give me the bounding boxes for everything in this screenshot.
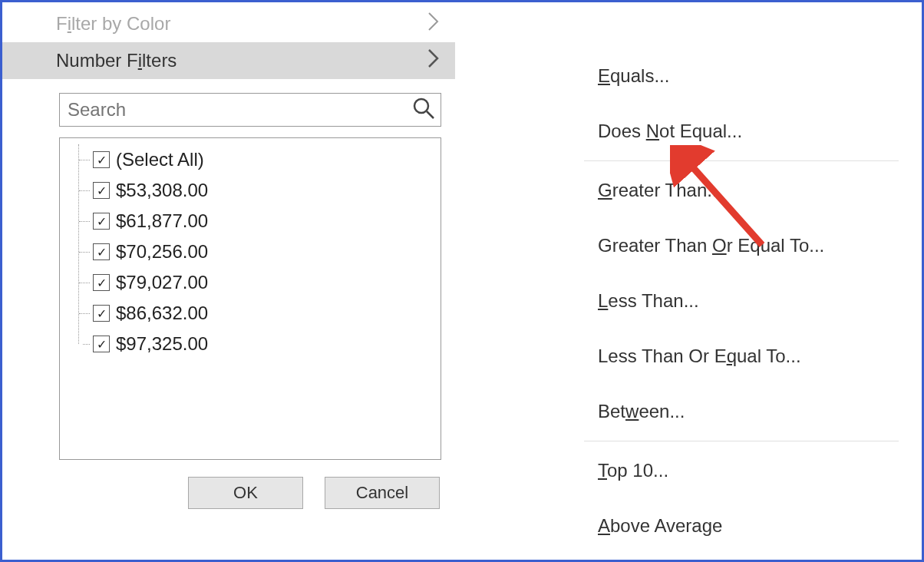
submenu-above-average[interactable]: Above Average	[455, 498, 922, 554]
filter-by-color-menuitem: Filter by Color	[2, 5, 455, 42]
chevron-right-icon	[427, 48, 440, 74]
tree-connector-icon	[79, 236, 93, 267]
list-item[interactable]: ✓ $53,308.00	[79, 175, 434, 206]
submenu-less-than[interactable]: Less Than...	[455, 273, 922, 329]
submenu-top-10[interactable]: Top 10...	[455, 443, 922, 498]
dialog-button-row: OK Cancel	[2, 460, 455, 509]
text: Less Than Or E	[598, 345, 727, 366]
submenu-equals[interactable]: Equals...	[455, 48, 922, 104]
label: Top 10...	[598, 460, 668, 481]
list-item-label: (Select All)	[116, 149, 204, 170]
text: quals...	[610, 65, 669, 86]
list-item[interactable]: ✓ $70,256.00	[79, 236, 434, 267]
text: r Equal To...	[727, 235, 825, 256]
text: Greater Than	[598, 235, 712, 256]
checkbox[interactable]: ✓	[93, 336, 110, 352]
text: Bet	[598, 401, 625, 422]
number-filters-menuitem[interactable]: Number Filters	[2, 42, 455, 79]
tree-connector-icon	[79, 206, 93, 236]
submenu-greater-than-or-equal[interactable]: Greater Than Or Equal To...	[455, 218, 922, 273]
list-item-label: $86,632.00	[116, 302, 208, 324]
svg-point-0	[414, 99, 428, 113]
label: Between...	[598, 401, 685, 422]
cancel-button[interactable]: Cancel	[325, 477, 440, 509]
filter-panel: Filter by Color Number Filters	[2, 2, 455, 560]
list-item-label: $53,308.00	[116, 180, 208, 201]
list-item-label: $61,877.00	[116, 210, 208, 232]
submenu-does-not-equal[interactable]: Does Not Equal...	[455, 104, 922, 159]
tree-connector-icon	[79, 144, 93, 175]
accelerator: A	[598, 515, 610, 536]
text: lters	[142, 50, 177, 71]
list-item-label: $79,027.00	[116, 272, 208, 293]
filter-values-listbox[interactable]: ✓ (Select All) ✓ $53,308.00 ✓ $61,877.00…	[59, 137, 441, 460]
checkbox[interactable]: ✓	[93, 213, 110, 230]
filter-dropdown-frame: Filter by Color Number Filters	[0, 0, 924, 562]
text: Does	[598, 121, 646, 141]
text: Number F	[56, 50, 138, 71]
number-filters-submenu: Equals... Does Not Equal... Greater Than…	[455, 2, 922, 560]
label: Less Than...	[598, 290, 699, 312]
checkbox[interactable]: ✓	[93, 274, 110, 291]
submenu-greater-than[interactable]: Greater Than...	[455, 163, 922, 218]
label: Greater Than...	[598, 180, 722, 201]
list-item[interactable]: ✓ $79,027.00	[79, 267, 434, 298]
accelerator: O	[712, 235, 727, 256]
text: een...	[639, 401, 685, 422]
search-icon	[412, 97, 435, 123]
checkbox[interactable]: ✓	[93, 151, 110, 168]
accelerator: E	[598, 65, 610, 86]
list-item[interactable]: ✓ (Select All)	[79, 144, 434, 175]
submenu-between[interactable]: Between...	[455, 384, 922, 439]
checkbox[interactable]: ✓	[93, 305, 110, 322]
tree-connector-icon	[79, 175, 93, 206]
label: Equals...	[598, 65, 669, 87]
search-wrap	[59, 93, 441, 127]
search-input[interactable]	[59, 93, 441, 127]
accelerator: q	[727, 345, 737, 366]
accelerator: N	[646, 121, 659, 141]
menu-separator	[584, 160, 899, 161]
text: op 10...	[607, 460, 668, 481]
list-item[interactable]: ✓ $61,877.00	[79, 206, 434, 236]
text: F	[56, 13, 68, 34]
accelerator: w	[625, 401, 639, 422]
text: ess Than...	[608, 290, 698, 311]
text: ual To...	[737, 345, 801, 366]
list-item-label: $97,325.00	[116, 333, 208, 355]
label: Less Than Or Equal To...	[598, 345, 801, 367]
accelerator: G	[598, 180, 612, 200]
accelerator: L	[598, 290, 608, 311]
text: lter by Color	[71, 13, 170, 34]
number-filters-label: Number Filters	[56, 50, 177, 71]
label: Above Average	[598, 515, 722, 537]
menu-separator	[584, 441, 899, 441]
list-item-label: $70,256.00	[116, 241, 208, 263]
tree-connector-icon	[79, 298, 93, 329]
checkbox[interactable]: ✓	[93, 182, 110, 199]
text: ot Equal...	[659, 121, 742, 141]
text: reater Than...	[612, 180, 723, 200]
submenu-less-than-or-equal[interactable]: Less Than Or Equal To...	[455, 329, 922, 384]
tree-root: ✓ (Select All) ✓ $53,308.00 ✓ $61,877.00…	[78, 144, 434, 359]
filter-by-color-label: Filter by Color	[56, 13, 170, 35]
ok-button[interactable]: OK	[188, 477, 303, 509]
accelerator: T	[598, 460, 607, 481]
tree-connector-icon	[79, 267, 93, 298]
svg-line-1	[427, 111, 434, 118]
list-item[interactable]: ✓ $97,325.00	[79, 329, 434, 359]
label: Does Not Equal...	[598, 121, 742, 142]
tree-connector-icon	[79, 329, 93, 359]
label: Greater Than Or Equal To...	[598, 235, 824, 256]
list-item[interactable]: ✓ $86,632.00	[79, 298, 434, 329]
chevron-right-icon	[427, 12, 440, 37]
checkbox[interactable]: ✓	[93, 243, 110, 260]
text: bove Average	[610, 515, 722, 536]
